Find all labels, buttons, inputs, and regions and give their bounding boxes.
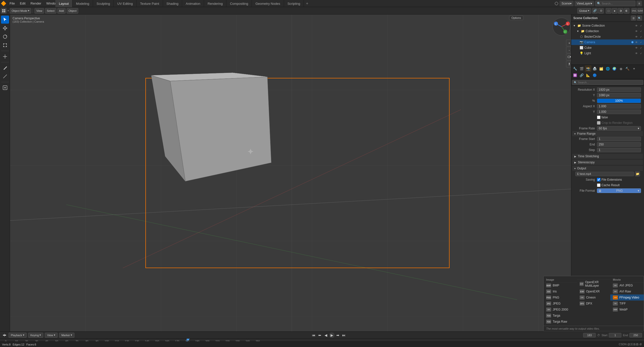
solid-shading-button[interactable]: ● <box>612 8 617 14</box>
props-render-icon[interactable]: 📸 <box>585 65 591 72</box>
props-data-icon[interactable]: 📐 <box>585 72 591 78</box>
file-format-dropdown[interactable]: 🖼 PNG ▾ <box>597 188 641 193</box>
resolution-x-value[interactable]: 1920 px <box>597 87 641 92</box>
rotate-tool[interactable] <box>1 33 9 41</box>
resolution-y-value[interactable]: 1080 px <box>597 93 641 97</box>
outliner-item-light[interactable]: 💡 Light 👁 ✓ <box>571 51 644 56</box>
navigation-gizmo[interactable]: X Y Z <box>551 17 572 37</box>
material-preview-button[interactable]: ◑ <box>618 8 623 14</box>
props-scene2-icon[interactable]: 🌐 <box>605 65 611 72</box>
props-view-layer-icon[interactable]: 🗂️ <box>598 65 605 72</box>
visibility-icon[interactable]: 👁 <box>634 24 638 28</box>
marker-tab[interactable]: Marker ▾ <box>59 333 74 338</box>
current-frame-input[interactable] <box>583 333 596 337</box>
bezier-exclude[interactable]: ✓ <box>639 35 643 39</box>
next-frame-button[interactable]: ➡ <box>335 332 341 338</box>
format-iris[interactable]: SGI Iris <box>544 288 577 294</box>
props-active-tool[interactable]: 🔧 <box>572 65 578 72</box>
exclude-icon[interactable]: ✓ <box>639 24 643 28</box>
view-tab[interactable]: View ▾ <box>45 333 58 338</box>
format-avi-raw[interactable]: AVI AVI Raw <box>610 288 644 294</box>
select-menu[interactable]: Select <box>45 8 56 14</box>
props-world-icon[interactable]: 🌍 <box>611 65 618 72</box>
view-menu[interactable]: View <box>34 8 44 14</box>
keying-tab[interactable]: Keying ▾ <box>28 333 44 338</box>
format-webp[interactable]: WEBP WebP <box>610 307 644 313</box>
outliner-filter-button[interactable]: ☰ <box>631 16 636 21</box>
overlay-button[interactable]: OVL <box>631 8 637 14</box>
add-workspace-button[interactable]: + <box>304 0 310 7</box>
props-output-icon[interactable]: 🖨️ <box>591 65 598 72</box>
bezier-visibility[interactable]: 👁 <box>634 35 638 39</box>
end-frame-input[interactable] <box>629 333 642 337</box>
format-targa-raw[interactable]: TGA Targa Raw <box>544 319 577 325</box>
tab-texture-paint[interactable]: Texture Paint <box>137 0 163 7</box>
props-search-field[interactable] <box>578 81 641 84</box>
filter-button[interactable]: ≡ <box>636 1 642 6</box>
scene-selector[interactable]: Scene ▾ <box>559 1 574 6</box>
cube-exclude[interactable]: ✓ <box>639 46 643 50</box>
format-jpeg[interactable]: JPG JPEG <box>544 301 577 307</box>
viewport-options-button[interactable]: Options <box>509 16 523 20</box>
format-ffmpeg[interactable]: FFM FFmpeg Video <box>610 294 644 301</box>
wireframe-button[interactable]: □ <box>606 8 611 14</box>
output-path-input[interactable] <box>575 172 634 176</box>
format-jpeg2000[interactable]: J2K JPEG 2000 <box>544 307 577 313</box>
format-cineon[interactable]: CIN Cineon <box>577 294 611 301</box>
camera-exclude[interactable]: ✓ <box>639 40 643 44</box>
props-modifier-icon[interactable]: 🔨 <box>624 65 631 72</box>
editor-type-button[interactable] <box>1 8 7 14</box>
prev-frame-button[interactable]: ⬅ <box>317 332 323 338</box>
collection-visibility[interactable]: 👁 <box>634 29 638 33</box>
search-bar[interactable]: 🔍 <box>595 1 635 6</box>
format-dpx[interactable]: DPX DPX <box>577 301 611 307</box>
search-input[interactable] <box>602 2 634 5</box>
outliner-item-cube[interactable]: ⬜ Cube 👁 ✓ <box>571 45 644 51</box>
cursor-tool[interactable] <box>1 16 9 24</box>
time-stretching-header[interactable]: ▶ Time Stretching <box>572 154 643 159</box>
object-mode-dropdown[interactable]: Object Mode ▾ <box>10 8 31 14</box>
add-menu[interactable]: Add <box>57 8 66 14</box>
rendered-button[interactable]: ◐ <box>624 8 629 14</box>
frame-rate-dropdown[interactable]: 60 fps ▾ <box>597 126 641 131</box>
props-constraints-icon[interactable]: 🔗 <box>578 72 585 78</box>
frame-range-header[interactable]: ▾ Frame Range <box>572 131 643 136</box>
props-object-icon[interactable]: ◉ <box>618 65 624 72</box>
play-button[interactable]: ▶ <box>329 332 335 338</box>
timeline-editor-type[interactable] <box>2 333 7 338</box>
measure-tool[interactable] <box>1 72 9 80</box>
file-extensions-checkbox[interactable] <box>597 178 600 181</box>
menu-render[interactable]: Render <box>28 0 44 7</box>
move-tool[interactable] <box>1 24 9 32</box>
aspect-y-value[interactable]: 1.000 <box>597 110 641 114</box>
format-bmp[interactable]: BMP BMP <box>544 282 577 288</box>
output-header[interactable]: ▾ Output <box>572 166 643 171</box>
format-tiff[interactable]: TIF TIFF <box>610 301 644 307</box>
jump-to-end-button[interactable]: ⏭ <box>341 332 347 338</box>
format-avi-jpeg[interactable]: AVI AVI JPEG <box>610 282 644 288</box>
tab-sculpting[interactable]: Sculpting <box>93 0 114 7</box>
tab-scripting[interactable]: Scripting <box>284 0 304 7</box>
format-openexr[interactable]: EXR OpenEXR <box>577 288 611 294</box>
frame-end-value[interactable]: 250 <box>597 142 641 147</box>
outliner-item-collection[interactable]: ▾ 📁 Collection 👁 ✓ <box>571 28 644 34</box>
add-object-tool[interactable] <box>1 84 9 92</box>
transform-tool[interactable] <box>1 53 9 61</box>
tab-geometry-nodes[interactable]: Geometry Nodes <box>252 0 284 7</box>
start-frame-input[interactable] <box>609 333 621 337</box>
tab-layout[interactable]: Layout <box>55 0 72 7</box>
gizmo-button[interactable]: GZM <box>637 8 643 14</box>
viewlayer-selector[interactable]: ViewLayer ▾ <box>575 1 594 6</box>
transform-dropdown[interactable]: Global ▾ <box>577 8 591 14</box>
3d-viewport[interactable]: Camera Perspective (183) Collection | Ca… <box>10 15 574 331</box>
jump-to-start-button[interactable]: ⏮ <box>311 332 316 338</box>
crop-render-checkbox[interactable] <box>597 121 600 125</box>
outliner-item-camera[interactable]: 📷 Camera 👁 ✓ <box>571 39 644 45</box>
resolution-percent-value[interactable]: 100% <box>597 98 641 103</box>
props-physics-icon[interactable]: ⚛️ <box>572 72 578 78</box>
format-targa[interactable]: TGA Targa <box>544 313 577 319</box>
proportional-edit-button[interactable]: ⊙ <box>598 8 604 14</box>
light-exclude[interactable]: ✓ <box>639 51 643 55</box>
menu-file[interactable]: File <box>7 0 17 7</box>
frame-step-value[interactable]: 1 <box>597 148 641 152</box>
